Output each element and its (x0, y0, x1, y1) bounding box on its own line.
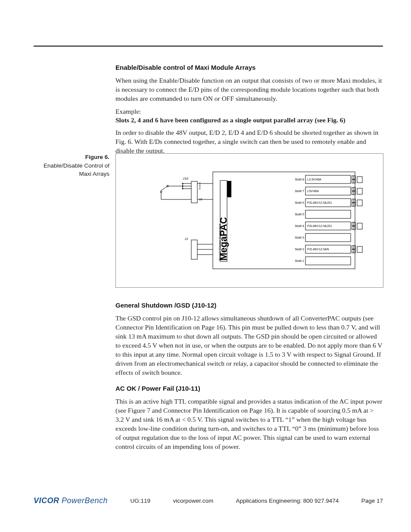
footer-ug: UG:119 (130, 498, 150, 504)
footer-url: vicorpower.com (173, 498, 213, 504)
slot-8-module: L3.3V/40A (307, 178, 321, 181)
svg-rect-56 (305, 257, 351, 265)
pfc-label: Power Factor Corrected (218, 224, 222, 261)
figure-title: Figure 6. (34, 153, 109, 162)
svg-line-11 (161, 186, 168, 190)
slot-1-label: Slot# 1 (295, 259, 304, 262)
j10-label: J10 (183, 177, 188, 180)
svg-rect-29 (357, 177, 362, 183)
svg-rect-0 (213, 172, 355, 269)
svg-point-7 (182, 183, 184, 184)
svg-rect-35 (357, 188, 362, 194)
config-line: Slots 2, 4 and 6 have been configured as… (115, 116, 383, 124)
brand-vicor: VICOR (34, 496, 59, 505)
svg-rect-23 (227, 181, 231, 197)
slot-7-module: L5V/40A (307, 190, 319, 193)
footer-phone: Applications Engineering: 800 927.9474 (236, 498, 339, 504)
heading-acok: AC OK / Power Fail (J10-11) (115, 385, 383, 392)
page-top-rule (34, 46, 383, 47)
brand: VICOR PowerBench (34, 496, 108, 505)
slot-4-label: Slot# 4 (295, 224, 304, 227)
footer-page: Page 17 (361, 498, 383, 504)
content-lower: General Shutdown /GSD (J10-12) The GSD c… (115, 302, 383, 456)
svg-rect-42 (305, 210, 351, 218)
slot-6-module: PZL48V/12.5AJS1 (307, 201, 332, 204)
slot-2-module: PZL48V/12.5AN (307, 248, 329, 251)
slot-8-terminals (352, 176, 362, 183)
slot-7-label: Slot# 7 (295, 190, 304, 193)
slot-4-module: PZL48V/12.5AJS1 (307, 224, 332, 227)
svg-rect-1 (191, 181, 197, 203)
brand-powerbench: PowerBench (62, 496, 108, 505)
para-acok: This is an active high TTL compatible si… (115, 397, 383, 451)
figure-6: J10 2 4 6 10 J1 MegaPAC Power Fa (115, 153, 383, 288)
para-intro: When using the Enable/Disable function o… (115, 76, 383, 103)
slots-group: Slot# 8 L3.3V/40A Slot# 7 L5V/40A Slot (295, 175, 362, 265)
figure-caption: Figure 6. Enable/Disable Control of Maxi… (34, 153, 109, 178)
page-footer: VICOR PowerBench UG:119 vicorpower.com A… (34, 496, 383, 505)
svg-rect-18 (191, 240, 197, 259)
svg-rect-48 (357, 223, 362, 229)
figure-caption-text: Enable/Disable Control of Maxi Arrays (44, 162, 109, 177)
example-label: Example: (115, 108, 383, 115)
heading-enable-disable: Enable/Disable control of Maxi Module Ar… (115, 64, 383, 71)
para-gsd: The GSD control pin on J10-12 allows sim… (115, 314, 383, 377)
slot-2-label: Slot# 2 (295, 248, 304, 251)
heading-gsd: General Shutdown /GSD (J10-12) (115, 302, 383, 309)
slot-6-label: Slot# 6 (295, 201, 304, 204)
svg-rect-41 (357, 200, 362, 206)
svg-rect-49 (305, 233, 351, 242)
slot-3-label: Slot# 3 (295, 236, 304, 239)
slot-5-label: Slot# 5 (295, 213, 304, 216)
svg-point-9 (182, 188, 184, 190)
pin-6: 6 (199, 187, 201, 190)
figure-svg: J10 2 4 6 10 J1 MegaPAC Power Fa (116, 154, 383, 287)
slot-8-label: Slot# 8 (295, 178, 304, 181)
para-disable: In order to disable the 48V output, E/D … (115, 128, 383, 156)
svg-rect-55 (357, 246, 362, 252)
j1-label: J1 (185, 237, 189, 241)
